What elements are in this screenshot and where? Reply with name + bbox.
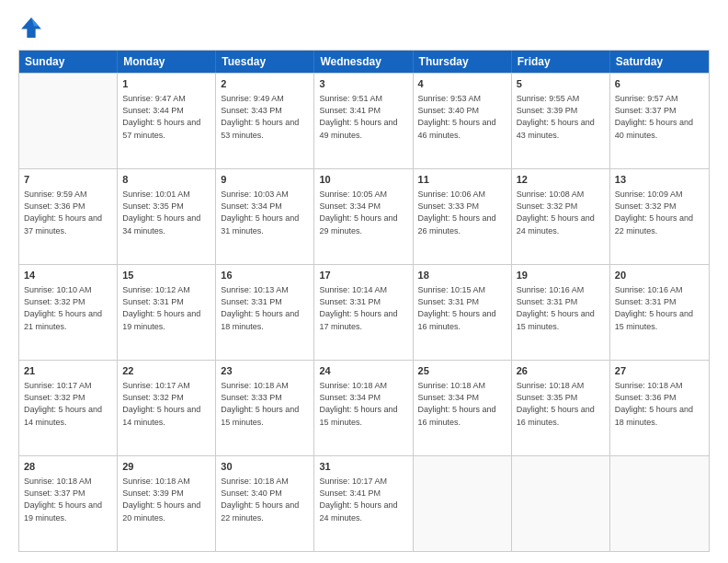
cal-cell-2-5: 11Sunrise: 10:06 AMSunset: 3:33 PMDaylig…	[414, 169, 512, 264]
day-number: 6	[615, 77, 704, 91]
day-number: 26	[517, 364, 605, 378]
cal-cell-2-4: 10Sunrise: 10:05 AMSunset: 3:34 PMDaylig…	[314, 169, 413, 264]
header-day-monday: Monday	[118, 51, 216, 73]
day-number: 19	[517, 269, 605, 282]
day-info: Sunrise: 10:18 AMSunset: 3:33 PMDaylight…	[221, 380, 309, 428]
cal-cell-4-7: 27Sunrise: 10:18 AMSunset: 3:36 PMDaylig…	[610, 361, 709, 455]
day-info: Sunrise: 10:16 AMSunset: 3:31 PMDaylight…	[517, 284, 605, 332]
day-number: 12	[517, 173, 605, 187]
day-number: 31	[319, 460, 407, 474]
calendar-body: 1Sunrise: 9:47 AMSunset: 3:44 PMDaylight…	[19, 73, 709, 551]
week-row-1: 1Sunrise: 9:47 AMSunset: 3:44 PMDaylight…	[19, 73, 709, 168]
day-info: Sunrise: 10:09 AMSunset: 3:32 PMDaylight…	[615, 189, 704, 236]
cal-cell-4-1: 21Sunrise: 10:17 AMSunset: 3:32 PMDaylig…	[19, 361, 118, 455]
cal-cell-1-7: 6Sunrise: 9:57 AMSunset: 3:37 PMDaylight…	[610, 74, 709, 168]
day-info: Sunrise: 9:47 AMSunset: 3:44 PMDaylight:…	[122, 93, 210, 141]
day-info: Sunrise: 10:10 AMSunset: 3:32 PMDaylight…	[24, 284, 112, 332]
day-info: Sunrise: 10:18 AMSunset: 3:34 PMDaylight…	[418, 380, 506, 428]
cal-cell-5-4: 31Sunrise: 10:17 AMSunset: 3:41 PMDaylig…	[314, 456, 413, 551]
header-day-friday: Friday	[512, 51, 610, 73]
cal-cell-1-2: 1Sunrise: 9:47 AMSunset: 3:44 PMDaylight…	[118, 74, 216, 168]
day-info: Sunrise: 10:05 AMSunset: 3:34 PMDaylight…	[319, 189, 407, 236]
day-number: 30	[221, 460, 309, 474]
day-number: 14	[24, 269, 112, 282]
day-info: Sunrise: 9:59 AMSunset: 3:36 PMDaylight:…	[24, 189, 112, 236]
day-number: 25	[418, 364, 506, 378]
logo	[18, 15, 48, 40]
day-info: Sunrise: 9:53 AMSunset: 3:40 PMDaylight:…	[418, 93, 506, 141]
cal-cell-3-3: 16Sunrise: 10:13 AMSunset: 3:31 PMDaylig…	[216, 265, 314, 360]
day-number: 10	[319, 173, 407, 187]
cal-cell-5-1: 28Sunrise: 10:18 AMSunset: 3:37 PMDaylig…	[19, 456, 118, 551]
week-row-3: 14Sunrise: 10:10 AMSunset: 3:32 PMDaylig…	[19, 264, 709, 360]
day-number: 7	[24, 173, 112, 187]
week-row-5: 28Sunrise: 10:18 AMSunset: 3:37 PMDaylig…	[19, 455, 709, 551]
day-number: 21	[24, 364, 112, 378]
day-number: 3	[319, 77, 407, 91]
cal-cell-1-3: 2Sunrise: 9:49 AMSunset: 3:43 PMDaylight…	[216, 74, 314, 168]
day-info: Sunrise: 10:18 AMSunset: 3:34 PMDaylight…	[319, 380, 407, 428]
day-info: Sunrise: 10:18 AMSunset: 3:37 PMDaylight…	[24, 476, 112, 523]
header-day-sunday: Sunday	[19, 51, 118, 73]
day-info: Sunrise: 10:15 AMSunset: 3:31 PMDaylight…	[418, 284, 506, 332]
day-info: Sunrise: 10:17 AMSunset: 3:41 PMDaylight…	[319, 476, 407, 523]
cal-cell-1-1	[19, 74, 118, 168]
day-number: 13	[615, 173, 704, 187]
header-day-tuesday: Tuesday	[216, 51, 314, 73]
cal-cell-1-6: 5Sunrise: 9:55 AMSunset: 3:39 PMDaylight…	[512, 74, 610, 168]
day-number: 28	[24, 460, 112, 474]
day-number: 23	[221, 364, 309, 378]
day-info: Sunrise: 10:14 AMSunset: 3:31 PMDaylight…	[319, 284, 407, 332]
logo-icon	[18, 15, 44, 40]
cal-cell-2-2: 8Sunrise: 10:01 AMSunset: 3:35 PMDayligh…	[118, 169, 216, 264]
cal-cell-2-6: 12Sunrise: 10:08 AMSunset: 3:32 PMDaylig…	[512, 169, 610, 264]
cal-cell-5-7	[610, 456, 709, 551]
cal-cell-3-7: 20Sunrise: 10:16 AMSunset: 3:31 PMDaylig…	[610, 265, 709, 360]
day-info: Sunrise: 10:08 AMSunset: 3:32 PMDaylight…	[517, 189, 605, 236]
cal-cell-5-5	[414, 456, 512, 551]
day-number: 29	[122, 460, 210, 474]
day-number: 16	[221, 269, 309, 282]
day-number: 11	[418, 173, 506, 187]
svg-marker-0	[21, 17, 41, 38]
day-info: Sunrise: 10:01 AMSunset: 3:35 PMDaylight…	[122, 189, 210, 236]
header-day-saturday: Saturday	[610, 51, 709, 73]
day-info: Sunrise: 10:18 AMSunset: 3:36 PMDaylight…	[615, 380, 704, 428]
day-info: Sunrise: 10:18 AMSunset: 3:39 PMDaylight…	[122, 476, 210, 523]
cal-cell-4-3: 23Sunrise: 10:18 AMSunset: 3:33 PMDaylig…	[216, 361, 314, 455]
cal-cell-3-2: 15Sunrise: 10:12 AMSunset: 3:31 PMDaylig…	[118, 265, 216, 360]
week-row-4: 21Sunrise: 10:17 AMSunset: 3:32 PMDaylig…	[19, 360, 709, 455]
day-info: Sunrise: 9:49 AMSunset: 3:43 PMDaylight:…	[221, 93, 309, 141]
day-info: Sunrise: 10:06 AMSunset: 3:33 PMDaylight…	[418, 189, 506, 236]
header-day-wednesday: Wednesday	[314, 51, 413, 73]
day-info: Sunrise: 10:13 AMSunset: 3:31 PMDaylight…	[221, 284, 309, 332]
header	[18, 15, 710, 40]
cal-cell-3-4: 17Sunrise: 10:14 AMSunset: 3:31 PMDaylig…	[314, 265, 413, 360]
cal-cell-4-6: 26Sunrise: 10:18 AMSunset: 3:35 PMDaylig…	[512, 361, 610, 455]
day-info: Sunrise: 9:57 AMSunset: 3:37 PMDaylight:…	[615, 93, 704, 141]
day-info: Sunrise: 10:18 AMSunset: 3:35 PMDaylight…	[517, 380, 605, 428]
cal-cell-1-4: 3Sunrise: 9:51 AMSunset: 3:41 PMDaylight…	[314, 74, 413, 168]
cal-cell-2-1: 7Sunrise: 9:59 AMSunset: 3:36 PMDaylight…	[19, 169, 118, 264]
day-info: Sunrise: 9:55 AMSunset: 3:39 PMDaylight:…	[517, 93, 605, 141]
cal-cell-2-3: 9Sunrise: 10:03 AMSunset: 3:34 PMDayligh…	[216, 169, 314, 264]
calendar: SundayMondayTuesdayWednesdayThursdayFrid…	[18, 50, 710, 552]
day-info: Sunrise: 9:51 AMSunset: 3:41 PMDaylight:…	[319, 93, 407, 141]
day-number: 20	[615, 269, 704, 282]
day-number: 1	[122, 77, 210, 91]
cal-cell-4-2: 22Sunrise: 10:17 AMSunset: 3:32 PMDaylig…	[118, 361, 216, 455]
cal-cell-5-2: 29Sunrise: 10:18 AMSunset: 3:39 PMDaylig…	[118, 456, 216, 551]
day-number: 27	[615, 364, 704, 378]
day-number: 8	[122, 173, 210, 187]
week-row-2: 7Sunrise: 9:59 AMSunset: 3:36 PMDaylight…	[19, 168, 709, 264]
day-number: 4	[418, 77, 506, 91]
header-day-thursday: Thursday	[414, 51, 512, 73]
day-number: 5	[517, 77, 605, 91]
cal-cell-3-6: 19Sunrise: 10:16 AMSunset: 3:31 PMDaylig…	[512, 265, 610, 360]
day-info: Sunrise: 10:18 AMSunset: 3:40 PMDaylight…	[221, 476, 309, 523]
day-info: Sunrise: 10:16 AMSunset: 3:31 PMDaylight…	[615, 284, 704, 332]
day-info: Sunrise: 10:03 AMSunset: 3:34 PMDaylight…	[221, 189, 309, 236]
day-number: 2	[221, 77, 309, 91]
cal-cell-5-3: 30Sunrise: 10:18 AMSunset: 3:40 PMDaylig…	[216, 456, 314, 551]
day-number: 24	[319, 364, 407, 378]
